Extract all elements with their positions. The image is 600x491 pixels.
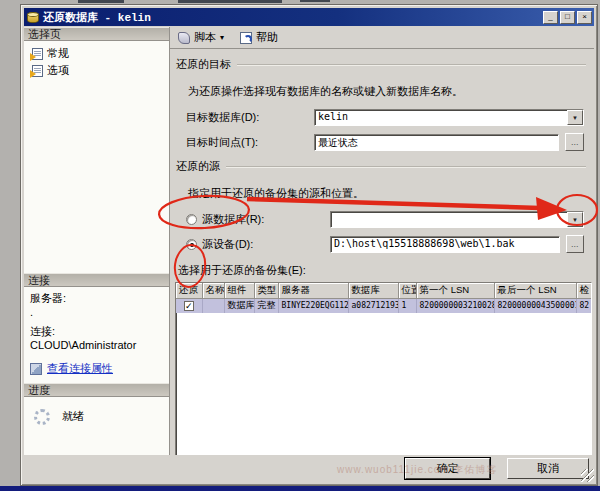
column-header[interactable]: 服务器 — [278, 283, 348, 299]
column-header[interactable]: 组件 — [224, 283, 254, 299]
target-time-label: 目标时间点(T): — [186, 135, 314, 150]
background-artifact — [78, 0, 124, 3]
cell-name — [202, 299, 224, 313]
script-icon — [178, 32, 190, 44]
server-label: 服务器: — [30, 291, 163, 306]
divider — [226, 166, 586, 168]
progress-spinner-icon — [34, 409, 50, 425]
cancel-button[interactable]: 取消 — [507, 458, 589, 479]
close-button[interactable]: × — [577, 11, 592, 24]
device-path-input[interactable]: D:\host\q15518888698\web\1.bak — [330, 236, 560, 253]
time-browse-button[interactable]: ... — [565, 133, 584, 151]
backup-sets-label: 选择用于还原的备份集(E): — [178, 263, 594, 278]
connection-header: 连接 — [24, 273, 169, 287]
main-content: 脚本 ▾ 帮助 还原的目标 为还原操作选择现有数据库的名称或键入 — [170, 27, 594, 455]
column-header[interactable]: 类型 — [254, 283, 278, 299]
cell-last-lsn: 82000000043500001 — [494, 299, 576, 313]
dialog-footer: 确定 取消 — [24, 455, 594, 482]
table-row[interactable]: ✓ 数据库 完整 BINYE220EQG112I a0827121939 1 8… — [176, 299, 592, 313]
view-connection-properties-link[interactable]: 查看连接属性 — [47, 361, 113, 376]
restore-checkbox[interactable]: ✓ — [184, 301, 194, 311]
dialog-titlebar[interactable]: 还原数据库 - kelin _ □ × — [24, 8, 594, 26]
pages-panel: 常规 选项 — [24, 41, 169, 273]
connection-properties-icon — [30, 363, 42, 375]
column-header[interactable]: 还原 — [176, 283, 202, 299]
database-icon — [27, 12, 39, 23]
backup-sets-list: 还原 名称 组件 类型 服务器 数据库 位置 第一个 LSN 最后一个 LSN … — [175, 282, 592, 455]
source-database-label: 源数据库(R): — [202, 212, 330, 227]
divider — [237, 64, 586, 66]
watermark: www.wuob111jie.com 李佑博客 — [337, 463, 497, 477]
maximize-button[interactable]: □ — [560, 11, 575, 24]
restore-database-dialog: 还原数据库 - kelin _ □ × 选择页 常规 选项 — [20, 4, 598, 486]
dialog-title: 还原数据库 - kelin — [43, 10, 151, 25]
source-database-value — [331, 212, 567, 227]
column-header[interactable]: 最后一个 LSN — [494, 283, 576, 299]
column-header[interactable]: 位置 — [398, 283, 416, 299]
target-database-value: kelin — [315, 110, 567, 125]
destination-description: 为还原操作选择现有数据库的名称或键入新数据库名称。 — [188, 84, 584, 99]
progress-panel: 就绪 — [24, 397, 169, 455]
chevron-down-icon[interactable]: ▾ — [220, 33, 224, 42]
restore-destination-group: 还原的目标 为还原操作选择现有数据库的名称或键入新数据库名称。 目标数据库(D)… — [176, 57, 586, 151]
connection-panel: 服务器: . 连接: CLOUD\Administrator 查看连接属性 — [24, 287, 169, 383]
column-header[interactable]: 数据库 — [348, 283, 398, 299]
source-device-radio[interactable] — [186, 239, 197, 250]
backup-sets-table: 还原 名称 组件 类型 服务器 数据库 位置 第一个 LSN 最后一个 LSN … — [176, 283, 592, 313]
cell-database: a0827121939 — [348, 299, 398, 313]
help-icon — [240, 32, 252, 44]
background-artifact — [300, 0, 330, 2]
source-device-label: 源设备(D): — [202, 237, 330, 252]
script-button[interactable]: 脚本 ▾ — [174, 29, 228, 46]
help-button[interactable]: 帮助 — [236, 29, 282, 46]
column-header[interactable]: 第一个 LSN — [416, 283, 494, 299]
connection-label: 连接: — [30, 324, 163, 339]
device-browse-button[interactable]: ... — [566, 235, 584, 253]
restore-source-group: 还原的源 指定用于还原的备份集的源和位置。 源数据库(R): ▼ — [176, 159, 586, 253]
background-artifact — [178, 0, 282, 3]
cell-checkpoint: 82 — [576, 299, 592, 313]
column-header[interactable]: 检 — [576, 283, 592, 299]
cell-component: 数据库 — [224, 299, 254, 313]
toolbar: 脚本 ▾ 帮助 — [170, 27, 594, 49]
target-database-combobox[interactable]: kelin ▼ — [314, 109, 584, 126]
desktop-background: 还原数据库 - kelin _ □ × 选择页 常规 选项 — [0, 0, 600, 491]
chevron-down-icon[interactable]: ▼ — [567, 110, 583, 125]
source-group-title: 还原的源 — [176, 159, 220, 174]
sidebar: 选择页 常规 选项 连接 服务器: . 连接: CLOUD\ — [24, 27, 170, 455]
resize-grip[interactable] — [581, 469, 594, 482]
page-icon — [32, 65, 43, 77]
server-value: . — [30, 306, 163, 318]
script-button-label: 脚本 — [194, 30, 216, 45]
minimize-button[interactable]: _ — [543, 11, 558, 24]
column-header[interactable]: 名称 — [202, 283, 224, 299]
source-description: 指定用于还原的备份集的源和位置。 — [188, 186, 584, 201]
target-database-label: 目标数据库(D): — [186, 110, 314, 125]
sidebar-item-options[interactable]: 选项 — [30, 62, 163, 79]
connection-value: CLOUD\Administrator — [30, 339, 163, 351]
cell-server: BINYE220EQG112I — [278, 299, 348, 313]
sidebar-item-label: 选项 — [47, 63, 69, 78]
page-icon — [32, 48, 43, 60]
source-database-radio[interactable] — [186, 214, 197, 225]
cell-first-lsn: 82000000032100281 — [416, 299, 494, 313]
sidebar-item-general[interactable]: 常规 — [30, 45, 163, 62]
pages-header: 选择页 — [24, 27, 169, 41]
progress-status: 就绪 — [62, 409, 84, 424]
help-button-label: 帮助 — [256, 30, 278, 45]
cell-position: 1 — [398, 299, 416, 313]
chevron-down-icon[interactable]: ▼ — [567, 212, 583, 227]
destination-group-title: 还原的目标 — [176, 57, 231, 72]
cell-type: 完整 — [254, 299, 278, 313]
target-time-input[interactable]: 最近状态 — [314, 134, 559, 151]
progress-header: 进度 — [24, 383, 169, 397]
source-database-combobox[interactable]: ▼ — [330, 211, 584, 228]
sidebar-item-label: 常规 — [47, 46, 69, 61]
